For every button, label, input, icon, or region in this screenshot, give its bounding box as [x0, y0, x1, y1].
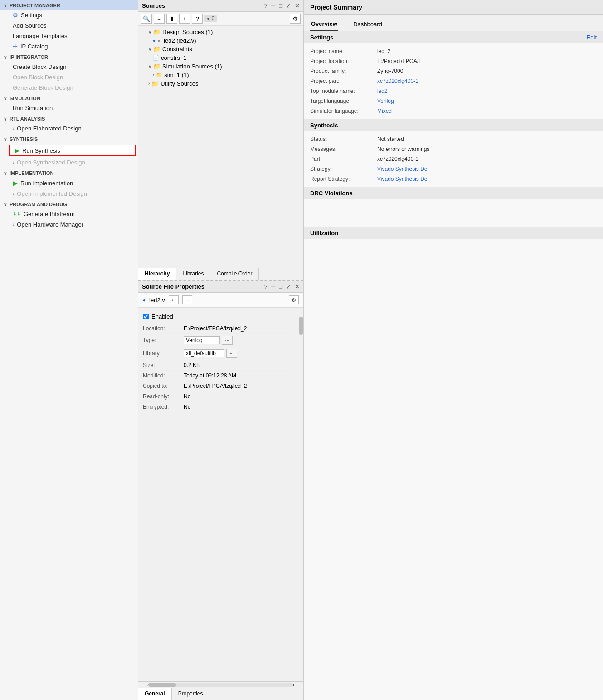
settings-header-label: Settings — [310, 34, 333, 41]
sources-maximize-icon[interactable]: ⤢ — [286, 2, 291, 9]
section-label-implementation: IMPLEMENTATION — [10, 170, 53, 176]
section-items-rtl-analysis: › Open Elaborated Design — [0, 123, 138, 134]
settings-section: Settings Edit Project name: led_2 Projec… — [304, 31, 603, 119]
props-scrollbar[interactable] — [298, 308, 303, 681]
gear-icon: ⚙ — [13, 12, 18, 19]
tree-item-sim1[interactable]: › 📁 sim_1 (1) — [138, 71, 303, 79]
tab-overview[interactable]: Overview — [310, 19, 338, 31]
sidebar-item-language-templates[interactable]: Language Templates — [7, 31, 138, 41]
prop-label-copied-to: Copied to: — [143, 383, 184, 389]
prop-label-size: Size: — [143, 362, 184, 368]
search-button[interactable]: 🔍 — [141, 14, 152, 24]
sidebar-item-run-simulation[interactable]: Run Simulation — [7, 103, 138, 113]
props-close-icon[interactable]: ✕ — [295, 283, 300, 290]
props-forward-button[interactable]: → — [182, 295, 192, 304]
sources-close-icon[interactable]: ✕ — [295, 2, 300, 9]
sidebar-item-open-implemented-design[interactable]: › Open Implemented Design — [7, 188, 138, 199]
utility-sources-label: Utility Sources — [160, 80, 198, 87]
prop-value-encrypted: No — [184, 404, 293, 410]
tab-properties[interactable]: Properties — [172, 688, 210, 700]
hscroll-track[interactable] — [149, 683, 292, 687]
chevron-program-debug: ∨ — [4, 202, 7, 207]
tree-item-led2[interactable]: ● ● led2 (led2.v) — [138, 36, 303, 45]
tree-item-simulation-sources[interactable]: ∨ 📁 Simulation Sources (1) — [138, 62, 303, 71]
props-back-button[interactable]: ← — [169, 295, 179, 304]
sim1-label: sim_1 (1) — [164, 72, 189, 78]
settings-edit-link[interactable]: Edit — [587, 34, 597, 41]
sources-restore-icon[interactable]: □ — [279, 2, 282, 9]
sg-value-projpart[interactable]: xc7z020clg400-1 — [377, 77, 597, 85]
sidebar-item-generate-bitstream[interactable]: ⬇⬇ Generate Bitstream — [7, 209, 138, 219]
tree-item-design-sources[interactable]: ∨ 📁 Design Sources (1) — [138, 28, 303, 36]
source-help-button[interactable]: ? — [192, 14, 203, 24]
sidebar-item-create-block-design[interactable]: Create Block Design — [7, 62, 138, 72]
tree-item-utility-sources[interactable]: › 📁 Utility Sources — [138, 79, 303, 88]
props-scroll-thumb — [299, 317, 303, 335]
sidebar-item-open-hardware-manager[interactable]: › Open Hardware Manager — [7, 219, 138, 230]
source-settings-button[interactable]: ⚙ — [290, 14, 301, 24]
tree-item-constrs1[interactable]: 📄 constrs_1 — [138, 53, 303, 62]
tab-dashboard[interactable]: Dashboard — [352, 19, 383, 30]
props-minimize-icon[interactable]: ─ — [271, 283, 275, 290]
section-simulation[interactable]: ∨ SIMULATION — [0, 93, 138, 103]
tab-libraries[interactable]: Libraries — [176, 268, 210, 280]
tab-hierarchy[interactable]: Hierarchy — [138, 268, 176, 280]
sources-minimize-icon[interactable]: ─ — [271, 2, 275, 9]
prop-input-type[interactable] — [184, 336, 220, 344]
props-titlebar-icons: ? ─ □ ⤢ ✕ — [264, 283, 300, 290]
props-maximize-icon[interactable]: ⤢ — [286, 283, 291, 290]
chevron-simulation-sources: ∨ — [148, 64, 151, 69]
prop-input-library[interactable] — [184, 349, 224, 357]
sg-label-strategy: Strategy: — [310, 165, 374, 173]
sidebar-item-settings[interactable]: ⚙ Settings — [7, 10, 138, 20]
sg-value-report-strategy[interactable]: Vivado Synthesis De — [377, 175, 597, 183]
props-hscroll: ‹ › — [138, 681, 303, 688]
props-help-icon[interactable]: ? — [264, 283, 267, 290]
section-items-simulation: Run Simulation — [0, 103, 138, 113]
expand-all-button[interactable]: ⬆ — [166, 14, 177, 24]
props-gear-button[interactable]: ⚙ — [289, 295, 299, 304]
collapse-all-button[interactable]: ≡ — [154, 14, 165, 24]
prop-value-copied-to: E:/Project/FPGA/lzq/led_2 — [184, 383, 293, 389]
folder-icon-constraints: 📁 — [153, 46, 160, 53]
props-restore-icon[interactable]: □ — [279, 283, 282, 290]
sidebar-item-open-elaborated-design[interactable]: › Open Elaborated Design — [7, 123, 138, 134]
sidebar-item-ip-catalog[interactable]: ✛ IP Catalog — [7, 41, 138, 52]
section-project-manager[interactable]: ∨ PROJECT MANAGER — [0, 0, 138, 10]
sidebar-item-run-implementation[interactable]: ▶ Run Implementation — [7, 178, 138, 188]
add-source-button[interactable]: + — [179, 14, 190, 24]
sg-value-simlang[interactable]: Mixed — [377, 107, 597, 115]
section-program-debug[interactable]: ∨ PROGRAM AND DEBUG — [0, 199, 138, 209]
sg-value-strategy[interactable]: Vivado Synthesis De — [377, 165, 597, 173]
sg-value-topmodule[interactable]: led2 — [377, 87, 597, 95]
enabled-checkbox[interactable] — [143, 314, 149, 319]
section-synthesis[interactable]: ∨ SYNTHESIS — [0, 134, 138, 144]
util-header-label: Utilization — [310, 230, 338, 237]
library-ellipsis-button[interactable]: ··· — [226, 349, 237, 358]
project-summary-title: Project Summary — [304, 0, 603, 15]
section-ip-integrator[interactable]: ∨ IP INTEGRATOR — [0, 52, 138, 62]
file-dot: ● — [143, 298, 146, 303]
sources-help-icon[interactable]: ? — [264, 2, 267, 9]
sidebar-item-add-sources[interactable]: Add Sources — [7, 20, 138, 31]
type-ellipsis-button[interactable]: ··· — [222, 336, 233, 345]
sidebar-item-open-synthesized-design[interactable]: › Open Synthesized Design — [7, 157, 138, 168]
settings-grid: Project name: led_2 Project location: E:… — [304, 43, 603, 119]
chevron-ip-integrator: ∨ — [4, 55, 7, 60]
props-title: Source File Properties — [142, 283, 204, 290]
hscroll-right-icon[interactable]: › — [293, 682, 294, 687]
section-label-synthesis: SYNTHESIS — [10, 136, 38, 142]
tab-compile-order[interactable]: Compile Order — [210, 268, 259, 280]
tab-general[interactable]: General — [138, 688, 172, 700]
sidebar-item-generate-block-design[interactable]: Generate Block Design — [7, 82, 138, 93]
chevron-utility-sources: › — [148, 81, 150, 86]
sg-value-projname: led_2 — [377, 47, 597, 55]
section-rtl-analysis[interactable]: ∨ RTL ANALYSIS — [0, 113, 138, 123]
sidebar-item-open-block-design[interactable]: Open Block Design — [7, 72, 138, 82]
sg-label-targetlang: Target language: — [310, 97, 374, 105]
synthesis-grid: Status: Not started Messages: No errors … — [304, 131, 603, 187]
sidebar-item-run-synthesis[interactable]: ▶ Run Synthesis — [9, 145, 136, 156]
sg-value-targetlang[interactable]: Verilog — [377, 97, 597, 105]
section-implementation[interactable]: ∨ IMPLEMENTATION — [0, 168, 138, 178]
tree-item-constraints[interactable]: ∨ 📁 Constraints — [138, 45, 303, 53]
